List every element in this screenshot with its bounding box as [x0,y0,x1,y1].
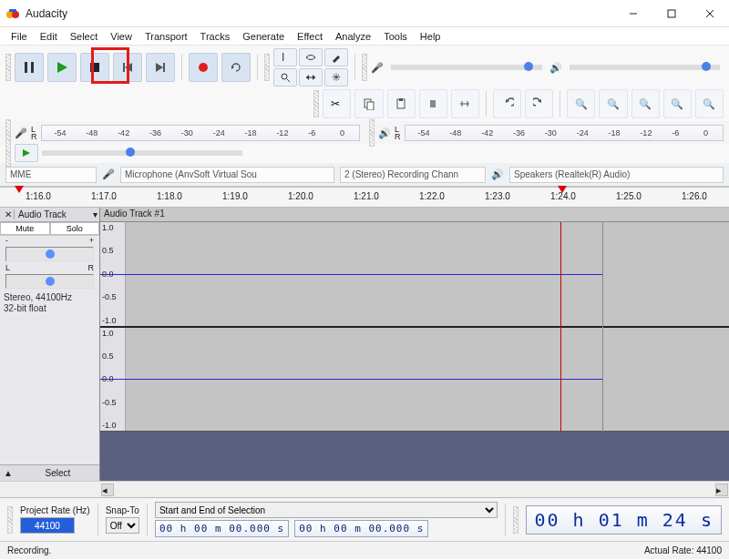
track-dropdown[interactable]: Audio Track [15,209,93,219]
toolbar-grip[interactable] [313,90,319,117]
selection-end-timecode[interactable]: 00 h 00 m 00.000 s [294,520,428,537]
timeline-ruler[interactable]: 1:16.0 1:17.0 1:18.0 1:19.0 1:20.0 1:21.… [0,188,729,208]
multi-tool-button[interactable]: ✳ [324,68,348,87]
selection-mode-select[interactable]: Start and End of Selection [155,502,498,518]
menu-help[interactable]: Help [415,29,447,44]
menu-view[interactable]: View [105,29,138,44]
meter-tick: -18 [245,128,257,137]
trim-button[interactable] [419,89,447,118]
horizontal-scrollbar[interactable]: ◂ ▸ [0,481,729,497]
play-button[interactable] [47,53,77,82]
ruler-label: 1:21.0 [354,191,379,201]
meter-tick: -36 [149,128,161,137]
play-meter[interactable]: -54 -48 -42 -36 -30 -24 -18 -12 -6 0 [405,125,724,141]
skip-end-button[interactable] [146,53,175,82]
channel-left[interactable]: 1.00.50.0-0.5-1.0 [100,222,729,328]
meter-tick: -30 [181,128,193,137]
menu-generate[interactable]: Generate [237,29,290,44]
copy-button[interactable] [354,89,383,118]
ruler-label: 1:16.0 [26,191,51,201]
record-meter[interactable]: -54 -48 -42 -36 -30 -24 -18 -12 -6 0 [41,125,361,141]
snap-to-select[interactable]: Off [106,517,139,534]
quickplay-start-marker[interactable] [15,186,24,193]
zoom-tool-button[interactable] [273,68,297,87]
mute-button[interactable]: Mute [0,222,50,235]
zoom-toggle-button[interactable]: 🔍 [663,89,692,118]
track-control-panel[interactable]: ✕ Audio Track ▾ Mute Solo -+ LR Stereo, … [0,208,100,481]
audio-host-select[interactable]: MME [5,167,97,183]
skip-start-button[interactable] [113,53,142,82]
meter-tick: -12 [276,128,288,137]
zoom-in-button[interactable]: 🔍 [567,89,595,118]
svg-line-19 [287,79,290,82]
collapse-button[interactable]: ▲ [0,468,16,478]
menu-transport[interactable]: Transport [139,29,193,44]
pan-slider[interactable] [5,274,94,289]
play-volume-slider[interactable] [570,65,721,70]
draw-tool-button[interactable] [324,48,348,66]
menu-effect[interactable]: Effect [292,29,328,44]
zoom-out-button[interactable]: 🔍 [599,89,627,118]
maximize-button[interactable] [652,1,691,26]
track-select-button[interactable]: Select [16,468,99,478]
clip-title[interactable]: Audio Track #1 [100,208,729,222]
undo-button[interactable] [493,89,521,118]
record-channels-select[interactable]: 2 (Stereo) Recording Chann [340,167,486,183]
channel-right[interactable]: 1.00.50.0-0.5-1.0 [100,328,729,433]
output-device-select[interactable]: Speakers (Realtek(R) Audio) [509,167,724,183]
scroll-left-button[interactable]: ◂ [101,484,114,496]
ruler-label: 1:18.0 [157,191,182,201]
toolbar-grip[interactable] [5,54,11,81]
solo-button[interactable]: Solo [50,222,100,235]
silence-button[interactable] [451,89,479,118]
close-button[interactable] [691,1,729,26]
stop-button[interactable] [80,53,109,82]
menu-tracks[interactable]: Tracks [195,29,236,44]
menu-analyze[interactable]: Analyze [330,29,376,44]
toolbar-grip[interactable] [5,139,11,167]
record-button[interactable] [189,53,218,82]
redo-button[interactable] [525,89,553,118]
zoom-selection-button[interactable]: 🔍 [631,89,660,118]
menu-tools[interactable]: Tools [378,29,413,44]
minimize-button[interactable] [614,1,652,26]
svg-text:I: I [282,52,284,63]
rec-volume-slider[interactable] [391,65,542,70]
input-device-select[interactable]: Microphone (AnvSoft Virtual Sou [120,167,334,183]
toolbar-grip[interactable] [362,54,367,81]
audio-position-timecode[interactable]: 00 h 01 m 24 s [526,505,722,535]
svg-marker-21 [306,75,309,80]
meter-lr-label: LR [31,126,37,140]
menu-select[interactable]: Select [65,29,104,44]
track-close-button[interactable]: ✕ [2,209,15,219]
menu-edit[interactable]: Edit [35,29,63,44]
toolbar-grip[interactable] [264,54,270,81]
project-rate-input[interactable] [20,517,75,534]
selection-start-timecode[interactable]: 00 h 00 m 00.000 s [155,520,289,537]
envelope-tool-button[interactable] [299,48,323,66]
mic-icon: 🎤 [15,127,27,139]
play-speed-slider[interactable] [42,150,242,156]
toolbar-grip[interactable] [369,119,375,147]
pause-button[interactable] [15,53,44,82]
ruler-label: 1:22.0 [419,191,445,201]
empty-track-space[interactable] [100,432,729,481]
meter-tick: -18 [609,128,621,137]
waveform-area[interactable]: Audio Track #1 1.00.50.0-0.5-1.0 1.00.50… [100,208,729,481]
scroll-right-button[interactable]: ▸ [715,484,728,496]
paste-button[interactable] [387,89,416,118]
zoom-fit-button[interactable]: 🔍 [695,89,724,118]
timeshift-tool-button[interactable] [299,68,323,87]
cut-button[interactable]: ✂ [323,89,351,118]
selection-tool-button[interactable]: I [273,48,297,66]
menu-file[interactable]: File [5,29,33,44]
chevron-down-icon: ▾ [93,209,98,219]
project-rate-label: Project Rate (Hz) [20,505,90,515]
statusbar: Recording. Actual Rate: 44100 [0,541,729,559]
gain-slider[interactable] [5,247,94,261]
toolbar-grip[interactable] [7,506,13,534]
toolbar-grip[interactable] [513,506,519,534]
play-at-speed-button[interactable] [15,144,38,162]
loop-button[interactable] [221,53,251,82]
mic-icon: 🎤 [102,168,115,180]
